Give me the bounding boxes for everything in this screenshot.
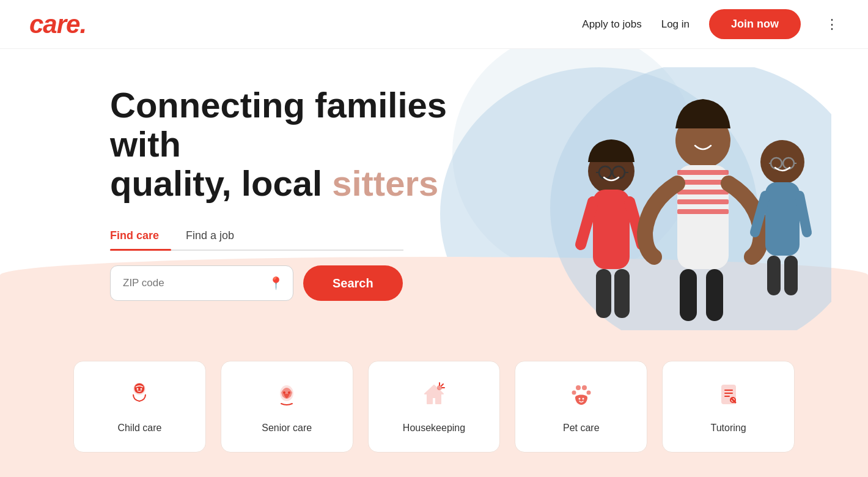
site-header: care. Apply to jobs Log in Join now ⋮: [0, 0, 868, 49]
more-menu-icon[interactable]: ⋮: [825, 17, 839, 32]
svg-rect-2: [593, 190, 630, 269]
housekeeping-label: Housekeeping: [403, 423, 465, 434]
apply-jobs-link[interactable]: Apply to jobs: [582, 18, 641, 31]
housekeeping-icon: [420, 380, 448, 414]
svg-rect-20: [706, 269, 723, 321]
tutoring-label: Tutoring: [711, 423, 746, 434]
hero-tabs: Find care Find a job: [110, 224, 403, 251]
login-link[interactable]: Log in: [661, 18, 690, 31]
tab-find-job[interactable]: Find a job: [186, 224, 246, 250]
svg-rect-16: [677, 190, 729, 194]
svg-point-36: [141, 388, 142, 390]
category-card-child-care[interactable]: Child care: [73, 361, 206, 453]
category-card-housekeeping[interactable]: Housekeeping: [368, 361, 501, 453]
category-card-tutoring[interactable]: Tutoring: [662, 361, 795, 453]
category-card-pet-care[interactable]: Pet care: [515, 361, 647, 453]
categories-section: Child care Senior care Housekeeping Pet …: [0, 330, 868, 477]
svg-point-37: [283, 391, 285, 394]
svg-rect-19: [680, 269, 697, 321]
hero-people-svg: [513, 67, 831, 330]
svg-rect-17: [677, 199, 729, 204]
svg-point-35: [137, 388, 139, 390]
pet-care-icon: [567, 380, 595, 414]
tab-find-care[interactable]: Find care: [110, 224, 171, 250]
svg-point-41: [582, 385, 587, 390]
hero-title-line2: quality, local: [110, 163, 332, 203]
svg-rect-6: [614, 269, 630, 318]
site-logo[interactable]: care.: [29, 10, 86, 39]
tutoring-icon: [715, 380, 743, 414]
hero-typed-word: sitters: [332, 163, 438, 203]
hero-section: Connecting families with quality, local …: [0, 49, 868, 330]
senior-care-icon: [273, 380, 301, 414]
pet-care-label: Pet care: [563, 423, 600, 434]
senior-care-label: Senior care: [262, 423, 312, 434]
hero-image: [513, 67, 831, 330]
child-care-icon: [125, 380, 153, 414]
svg-rect-31: [784, 256, 798, 295]
svg-point-40: [576, 385, 581, 390]
category-card-senior-care[interactable]: Senior care: [221, 361, 353, 453]
svg-rect-14: [677, 170, 729, 175]
zip-input-wrap: 📍: [110, 265, 293, 301]
svg-point-42: [572, 390, 576, 394]
svg-rect-27: [765, 182, 800, 256]
location-icon: 📍: [268, 276, 284, 290]
svg-point-43: [586, 390, 590, 394]
svg-rect-30: [767, 256, 781, 295]
hero-title-line1: Connecting families with: [110, 85, 447, 164]
search-button[interactable]: Search: [303, 265, 403, 301]
svg-point-44: [578, 398, 580, 399]
header-nav: Apply to jobs Log in Join now ⋮: [582, 9, 839, 39]
child-care-label: Child care: [117, 423, 161, 434]
svg-rect-18: [677, 209, 729, 214]
hero-title: Connecting families with quality, local …: [110, 86, 526, 202]
svg-rect-5: [596, 269, 611, 318]
zip-input[interactable]: [110, 265, 293, 301]
svg-point-38: [288, 391, 290, 394]
svg-point-45: [582, 398, 584, 399]
join-now-button[interactable]: Join now: [709, 9, 801, 39]
